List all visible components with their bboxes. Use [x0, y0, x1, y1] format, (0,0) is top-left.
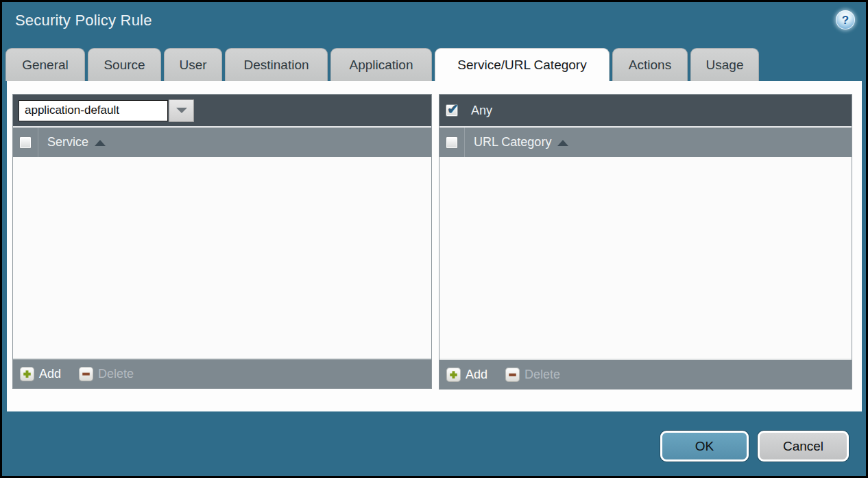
any-label: Any [471, 104, 492, 118]
url-category-add-button[interactable]: Add [446, 368, 487, 382]
service-delete-label: Delete [98, 367, 134, 381]
tab-actions[interactable]: Actions [612, 48, 688, 81]
any-row: Any [439, 104, 492, 118]
url-category-table-header: URL Category [439, 126, 852, 157]
url-category-add-label: Add [466, 368, 487, 382]
tab-bar: General Source User Destination Applicat… [5, 48, 759, 81]
service-dropdown-bar [13, 95, 431, 126]
service-type-input[interactable] [19, 100, 168, 121]
tab-general[interactable]: General [5, 48, 85, 81]
service-select-all-cell [13, 128, 38, 157]
tab-content-area: Service Add [7, 81, 862, 411]
plus-icon [446, 368, 461, 382]
service-delete-button[interactable]: Delete [79, 367, 134, 381]
minus-icon [79, 367, 93, 381]
ok-button[interactable]: OK [660, 431, 749, 462]
security-policy-rule-dialog: Security Policy Rule ? General Source Us… [2, 2, 866, 476]
any-checkbox[interactable] [446, 104, 458, 117]
tab-service-url-category[interactable]: Service/URL Category [435, 48, 610, 81]
service-column-header[interactable]: Service [47, 135, 106, 150]
help-icon[interactable]: ? [836, 10, 855, 29]
url-category-any-bar: Any [439, 95, 852, 126]
url-category-list [439, 157, 852, 359]
sort-ascending-icon [557, 140, 568, 146]
service-footer-bar: Add Delete [13, 358, 431, 388]
service-add-button[interactable]: Add [20, 367, 61, 381]
help-question-glyph: ? [842, 14, 849, 26]
url-category-footer-bar: Add Delete [439, 359, 852, 389]
tab-destination[interactable]: Destination [225, 48, 328, 81]
cancel-button[interactable]: Cancel [758, 431, 849, 462]
tab-application[interactable]: Application [330, 48, 432, 81]
service-select-all-checkbox[interactable] [19, 136, 32, 149]
window-frame: Security Policy Rule ? General Source Us… [0, 0, 868, 478]
service-type-combobox [19, 99, 194, 122]
url-category-select-all-checkbox[interactable] [446, 136, 458, 149]
service-column-label: Service [47, 135, 88, 150]
plus-icon [20, 367, 34, 381]
chevron-down-icon [176, 108, 187, 113]
url-category-delete-label: Delete [525, 368, 560, 382]
url-category-panel: Any URL Category [439, 94, 852, 390]
tab-source[interactable]: Source [88, 48, 161, 81]
service-panel: Service Add [12, 94, 432, 389]
service-table-header: Service [13, 126, 431, 157]
url-category-delete-button[interactable]: Delete [505, 368, 560, 382]
service-type-dropdown-button[interactable] [169, 99, 194, 122]
service-list [13, 157, 431, 358]
url-category-column-label: URL Category [474, 135, 551, 150]
service-add-label: Add [39, 367, 61, 381]
dialog-title: Security Policy Rule [15, 12, 152, 29]
tab-usage[interactable]: Usage [690, 48, 759, 81]
url-category-select-all-cell [439, 128, 465, 157]
sort-ascending-icon [95, 140, 106, 146]
tab-user[interactable]: User [164, 48, 222, 81]
url-category-column-header[interactable]: URL Category [474, 135, 568, 150]
minus-icon [505, 368, 520, 382]
